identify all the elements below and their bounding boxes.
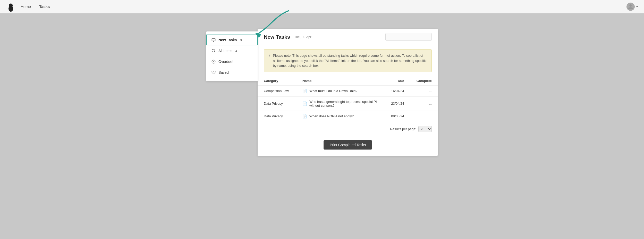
pagination-row: Results per page: 20 50 100 — [258, 122, 438, 136]
task-name[interactable]: 📄 When does POPIA not apply? — [296, 111, 385, 122]
task-name-link[interactable]: 📄 When does POPIA not apply? — [302, 114, 379, 119]
tasks-table: Category Name Due Complete Competition L… — [258, 76, 438, 122]
col-category: Category — [258, 76, 296, 86]
col-due: Due — [385, 76, 410, 86]
svg-rect-4 — [212, 38, 215, 41]
results-per-page-select[interactable]: 20 50 100 — [418, 126, 432, 132]
task-due: 09/05/24 — [385, 111, 410, 122]
sidebar-item-new-tasks-label: New Tasks — [218, 38, 237, 42]
navbar: Home Tasks ▾ — [0, 0, 644, 13]
svg-point-2 — [629, 4, 632, 6]
task-name[interactable]: 📄 What must I do in a Dawn Raid? — [296, 85, 385, 96]
print-completed-tasks-button[interactable]: Print Completed Tasks — [324, 140, 372, 150]
col-name: Name — [296, 76, 385, 86]
document-icon: 📄 — [302, 101, 307, 106]
info-icon: i — [269, 53, 270, 58]
main-content: New Tasks 3 All Items 4 — [0, 13, 644, 239]
search-input[interactable] — [385, 33, 432, 41]
panel-title: New Tasks — [264, 34, 290, 40]
info-banner: i Please note: This page shows all outst… — [264, 49, 432, 72]
panel-date: Tue, 09 Apr — [294, 35, 311, 39]
sidebar-item-all-items[interactable]: All Items 4 — [206, 45, 258, 56]
info-banner-text: Please note: This page shows all outstan… — [273, 53, 427, 68]
task-name-link[interactable]: 📄 What must I do in a Dawn Raid? — [302, 89, 379, 93]
document-icon: 📄 — [302, 89, 307, 93]
task-name-text: Who has a general right to process speci… — [309, 100, 379, 108]
search-wrapper: 🔍 — [385, 33, 432, 41]
task-name-link[interactable]: 📄 Who has a general right to process spe… — [302, 100, 379, 108]
clock-icon — [211, 59, 216, 64]
task-complete: ... — [410, 111, 438, 122]
sidebar-item-all-items-badge: 4 — [235, 49, 237, 53]
overlay-container: New Tasks 3 All Items 4 — [206, 29, 438, 156]
avatar[interactable] — [626, 3, 635, 11]
task-complete: ... — [410, 85, 438, 96]
table-row[interactable]: Competition Law 📄 What must I do in a Da… — [258, 85, 438, 96]
logo[interactable] — [6, 3, 14, 11]
nav-tasks[interactable]: Tasks — [39, 3, 50, 10]
task-complete: ... — [410, 96, 438, 111]
task-due: 23/04/24 — [385, 96, 410, 111]
task-name-text: When does POPIA not apply? — [309, 114, 354, 118]
task-name[interactable]: 📄 Who has a general right to process spe… — [296, 96, 385, 111]
sidebar-item-new-tasks-badge: 3 — [240, 38, 242, 42]
print-btn-row: Print Completed Tasks — [258, 136, 438, 156]
sidebar-item-overdue[interactable]: Overdue! — [206, 56, 258, 67]
heart-icon — [211, 70, 216, 75]
task-due: 16/04/24 — [385, 85, 410, 96]
panel-header-left: New Tasks Tue, 09 Apr — [264, 34, 311, 40]
search-icon — [211, 48, 216, 53]
task-category: Competition Law — [258, 85, 296, 96]
sidebar-item-all-items-label: All Items — [218, 49, 232, 53]
col-complete: Complete — [410, 76, 438, 86]
monitor-icon — [211, 38, 216, 42]
document-icon: 📄 — [302, 114, 307, 119]
main-panel: New Tasks Tue, 09 Apr 🔍 i Please note: T… — [258, 29, 438, 156]
panel-header: New Tasks Tue, 09 Apr 🔍 — [258, 29, 438, 45]
sidebar-item-overdue-label: Overdue! — [218, 60, 233, 64]
sidebar-item-new-tasks[interactable]: New Tasks 3 — [206, 35, 258, 45]
sidebar-item-saved[interactable]: Saved — [206, 67, 258, 78]
nav-user[interactable]: ▾ — [626, 3, 638, 11]
task-category: Data Privacy — [258, 96, 296, 111]
task-category: Data Privacy — [258, 111, 296, 122]
svg-line-8 — [214, 52, 215, 52]
svg-point-7 — [212, 49, 215, 52]
nav-links: Home Tasks — [21, 3, 626, 10]
results-per-page-label: Results per page: — [390, 127, 416, 131]
nav-home[interactable]: Home — [21, 3, 31, 10]
table-row[interactable]: Data Privacy 📄 Who has a general right t… — [258, 96, 438, 111]
sidebar-item-saved-label: Saved — [218, 70, 229, 75]
task-name-text: What must I do in a Dawn Raid? — [309, 89, 357, 93]
sidebar: New Tasks 3 All Items 4 — [206, 31, 258, 81]
user-dropdown-arrow[interactable]: ▾ — [636, 5, 638, 9]
table-row[interactable]: Data Privacy 📄 When does POPIA not apply… — [258, 111, 438, 122]
